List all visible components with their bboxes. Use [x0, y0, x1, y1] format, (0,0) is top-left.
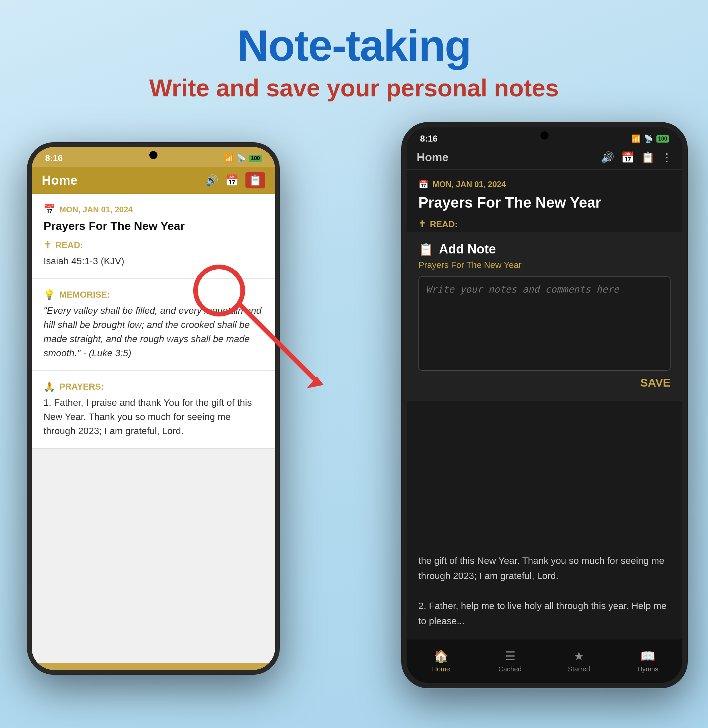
nav-cached[interactable]: ☰ Cached	[476, 640, 545, 683]
home-nav-label: Home	[432, 665, 450, 673]
header-title-right: Home	[417, 151, 448, 164]
status-time-left: 8:16	[45, 153, 63, 164]
bottom-nav: 🏠 Home ☰ Cached ★ Starred 📖 Hymns	[406, 639, 682, 683]
cached-nav-icon: ☰	[505, 649, 515, 663]
left-phone: 8:16 📶 📡 100 Home 🔊 📅 📋	[27, 142, 280, 675]
prayers-text-3: 1. Father, I praise and thank You for th…	[44, 396, 263, 438]
starred-nav-icon: ★	[573, 649, 584, 663]
nav-starred[interactable]: ★ Starred	[544, 640, 614, 683]
hymns-nav-icon: 📖	[640, 649, 656, 663]
cross-icon-1: ✝	[44, 240, 51, 251]
read-label-right: READ:	[430, 219, 457, 229]
right-phone: 8:16 📶 📡 100 Home 🔊 📅 📋 ⋮	[401, 122, 688, 688]
status-icons-left: 📶 📡 100	[224, 154, 262, 163]
date-text-1: MON, JAN 01, 2024	[59, 205, 132, 215]
modal-title: Add Note	[439, 242, 496, 257]
camera-notch-right	[540, 132, 548, 139]
nav-hymns[interactable]: 📖 Hymns	[614, 640, 683, 683]
status-time-right: 8:16	[420, 133, 438, 144]
date-icon-1: 📅	[44, 204, 55, 215]
wifi-icon-right: 📡	[644, 135, 653, 143]
content-area-left: 📅 MON, JAN 01, 2024 Prayers For The New …	[32, 194, 275, 663]
memorise-label-2: MEMORISE:	[59, 290, 110, 300]
notes-icon-right[interactable]: 📋	[641, 151, 655, 164]
card-2: 💡 MEMORISE: "Every valley shall be fille…	[32, 279, 275, 371]
date-icon-right: 📅	[418, 180, 428, 189]
header-bar-left: Home 🔊 📅 📋	[32, 167, 275, 194]
bottom-content-area: the gift of this New Year. Thank you so …	[406, 543, 682, 639]
nav-home[interactable]: 🏠 Home	[406, 640, 476, 683]
notes-icon-left[interactable]: 📋	[245, 172, 265, 189]
home-nav-icon: 🏠	[434, 649, 449, 663]
cross-icon-right: ✝	[418, 219, 426, 229]
signal-icon-right: 📶	[631, 135, 641, 143]
header-bar-right: Home 🔊 📅 📋 ⋮	[406, 147, 682, 170]
volume-icon-right[interactable]: 🔊	[601, 151, 614, 164]
memorise-text-2: "Every valley shall be filled, and every…	[44, 304, 263, 360]
calendar-icon-right[interactable]: 📅	[621, 151, 634, 164]
bottom-text: the gift of this New Year. Thank you so …	[418, 553, 670, 629]
calendar-icon-left[interactable]: 📅	[225, 174, 239, 187]
more-icon-right[interactable]: ⋮	[662, 151, 672, 164]
prayers-icon-3: 🙏	[44, 381, 55, 392]
phones-container: 8:16 📶 📡 100 Home 🔊 📅 📋	[0, 115, 708, 728]
read-label-1: READ:	[55, 240, 83, 251]
prayers-label-3: PRAYERS:	[59, 381, 104, 392]
card-3: 🙏 PRAYERS: 1. Father, I praise and thank…	[32, 371, 275, 449]
svg-marker-1	[307, 377, 324, 388]
starred-nav-label: Starred	[568, 665, 590, 673]
page-subtitle: Write and save your personal notes	[0, 74, 708, 102]
battery-left: 100	[249, 155, 262, 162]
note-textarea[interactable]	[418, 276, 670, 371]
date-text-right: MON, JAN 01, 2024	[432, 180, 506, 189]
page-header: Note-taking Write and save your personal…	[0, 0, 708, 115]
header-title-left: Home	[42, 173, 78, 188]
camera-notch-left	[149, 151, 157, 159]
card-title-1: Prayers For The New Year	[44, 219, 263, 233]
hymns-nav-label: Hymns	[638, 665, 659, 673]
memorise-icon-2: 💡	[44, 289, 55, 300]
modal-box: 📋 Add Note Prayers For The New Year SAVE	[406, 232, 682, 401]
volume-icon-left[interactable]: 🔊	[205, 174, 219, 187]
save-button[interactable]: SAVE	[418, 371, 670, 391]
status-icons-right: 📶 📡 100	[631, 135, 669, 143]
modal-icon: 📋	[418, 242, 434, 257]
read-text-1: Isaiah 45:1-3 (KJV)	[44, 254, 263, 268]
dark-title: Prayers For The New Year	[418, 194, 670, 212]
cached-nav-label: Cached	[498, 665, 522, 673]
card-1: 📅 MON, JAN 01, 2024 Prayers For The New …	[32, 194, 275, 279]
signal-icon-left: 📶	[224, 154, 233, 163]
modal-subtitle: Prayers For The New Year	[418, 260, 670, 270]
page-title: Note-taking	[0, 20, 708, 71]
battery-right: 100	[656, 135, 669, 142]
wifi-icon-left: 📡	[236, 154, 246, 163]
